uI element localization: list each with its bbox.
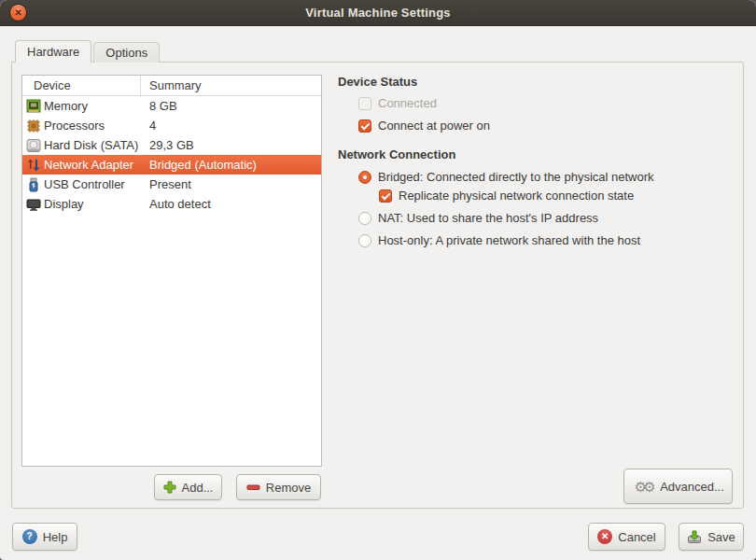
table-row-memory[interactable]: Memory 8 GB xyxy=(22,96,321,116)
plus-icon xyxy=(163,481,176,494)
tab-options[interactable]: Options xyxy=(93,42,160,63)
cancel-icon: ✕ xyxy=(597,529,612,544)
device-summary: Bridged (Automatic) xyxy=(141,158,321,172)
harddisk-icon xyxy=(26,138,41,153)
device-status-header: Device Status xyxy=(338,75,417,89)
processor-icon xyxy=(26,119,41,133)
device-name: Processors xyxy=(44,119,105,133)
device-name: Network Adapter xyxy=(44,158,133,172)
help-button[interactable]: ? Help xyxy=(12,523,77,551)
column-header-summary[interactable]: Summary xyxy=(141,76,321,95)
usb-icon xyxy=(26,177,41,192)
connected-label: Connected xyxy=(378,96,437,110)
advanced-button-label: Advanced... xyxy=(660,480,724,494)
remove-button[interactable]: Remove xyxy=(236,474,321,500)
host-only-label: Host-only: A private network shared with… xyxy=(378,233,640,247)
vm-settings-dialog: Virtual Machine Settings Hardware Option… xyxy=(0,0,756,560)
device-summary: Auto detect xyxy=(141,197,321,211)
device-name: Hard Disk (SATA) xyxy=(44,138,138,152)
device-name: Display xyxy=(44,197,84,211)
network-connection-header: Network Connection xyxy=(338,147,455,161)
connect-at-power-on-row[interactable]: Connect at power on xyxy=(358,119,490,133)
device-list[interactable]: Device Summary Memory 8 GB xyxy=(21,75,322,467)
cancel-button[interactable]: ✕ Cancel xyxy=(588,523,665,551)
connect-at-power-on-checkbox[interactable] xyxy=(358,119,371,133)
add-button[interactable]: Add... xyxy=(154,474,222,500)
tab-hardware[interactable]: Hardware xyxy=(15,40,91,63)
memory-icon xyxy=(26,99,41,114)
save-button-label: Save xyxy=(707,530,735,544)
save-button[interactable]: Save xyxy=(679,523,744,551)
help-button-label: Help xyxy=(43,530,68,544)
help-icon: ? xyxy=(22,529,37,544)
replicate-checkbox-row[interactable]: Replicate physical network connection st… xyxy=(379,189,634,203)
gears-icon: ⚙⚙ xyxy=(632,480,654,494)
nat-radio[interactable] xyxy=(358,212,371,225)
table-row-network-adapter[interactable]: Network Adapter Bridged (Automatic) xyxy=(22,155,321,175)
replicate-checkbox[interactable] xyxy=(379,189,392,203)
host-only-radio-row[interactable]: Host-only: A private network shared with… xyxy=(358,233,640,247)
device-summary: Present xyxy=(141,177,321,191)
connected-checkbox xyxy=(358,97,371,110)
device-list-header: Device Summary xyxy=(22,76,321,96)
add-button-label: Add... xyxy=(182,481,214,495)
display-icon xyxy=(26,197,41,212)
network-icon xyxy=(26,158,41,173)
connect-at-power-on-label: Connect at power on xyxy=(378,119,490,133)
device-summary: 4 xyxy=(141,119,321,133)
device-summary: 8 GB xyxy=(141,99,321,113)
bridged-label: Bridged: Connected directly to the physi… xyxy=(378,170,654,184)
nat-label: NAT: Used to share the host's IP address xyxy=(378,211,598,225)
window-title: Virtual Machine Settings xyxy=(0,0,756,25)
connected-checkbox-row: Connected xyxy=(358,96,437,110)
table-row-processors[interactable]: Processors 4 xyxy=(22,116,321,135)
tab-bar: Hardware Options xyxy=(15,40,160,63)
cancel-button-label: Cancel xyxy=(618,530,655,544)
close-icon[interactable] xyxy=(9,4,27,21)
bridged-radio-row[interactable]: Bridged: Connected directly to the physi… xyxy=(358,170,654,184)
device-name: USB Controller xyxy=(44,177,125,191)
device-summary: 29,3 GB xyxy=(141,138,321,152)
table-row-usb-controller[interactable]: USB Controller Present xyxy=(22,175,321,194)
table-row-display[interactable]: Display Auto detect xyxy=(22,194,321,214)
nat-radio-row[interactable]: NAT: Used to share the host's IP address xyxy=(358,211,598,225)
column-header-device[interactable]: Device xyxy=(22,76,141,95)
advanced-button[interactable]: ⚙⚙ Advanced... xyxy=(623,469,733,504)
table-row-harddisk[interactable]: Hard Disk (SATA) 29,3 GB xyxy=(22,135,321,155)
device-name: Memory xyxy=(44,99,88,113)
save-icon xyxy=(687,529,702,544)
host-only-radio[interactable] xyxy=(358,234,371,247)
replicate-label: Replicate physical network connection st… xyxy=(399,189,634,203)
titlebar: Virtual Machine Settings xyxy=(0,0,756,26)
minus-icon xyxy=(246,481,260,494)
bridged-radio[interactable] xyxy=(358,171,371,184)
remove-button-label: Remove xyxy=(266,481,311,495)
